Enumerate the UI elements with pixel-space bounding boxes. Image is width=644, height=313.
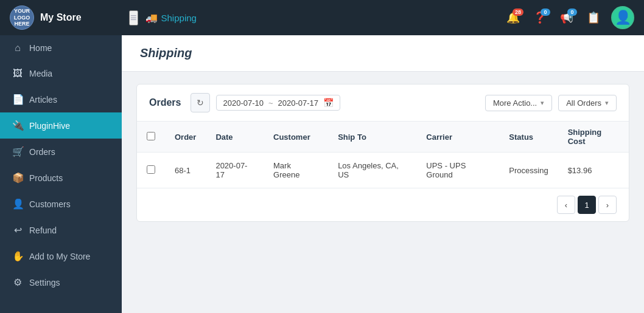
- sidebar-item-customers[interactable]: 👤 Customers: [0, 191, 122, 217]
- select-all-checkbox[interactable]: [147, 132, 155, 140]
- col-status: Status: [499, 122, 558, 153]
- orders-icon: 🛒: [12, 146, 23, 157]
- sidebar-label-pluginhive: PluginHive: [29, 121, 70, 131]
- sidebar: ⌂ Home 🖼 Media 📄 Articles 🔌 PluginHive 🛒…: [0, 35, 122, 313]
- pagination-next[interactable]: ›: [598, 196, 617, 214]
- sidebar-label-refund: Refund: [29, 225, 57, 235]
- notes-button[interactable]: 📋: [582, 7, 605, 28]
- settings-icon: ⚙: [12, 277, 23, 288]
- date-tilde: ~: [268, 98, 273, 108]
- pagination-page-1[interactable]: 1: [578, 196, 596, 214]
- col-order: Order: [165, 122, 206, 153]
- orders-card: Orders ↻ 2020-07-10 ~ 2020-07-17 📅 More …: [136, 84, 629, 222]
- date-to: 2020-07-17: [278, 98, 319, 108]
- sidebar-item-pluginhive[interactable]: 🔌 PluginHive: [0, 112, 122, 139]
- cell-customer: Mark Greene: [264, 153, 328, 188]
- help-badge: 0: [541, 9, 550, 16]
- more-actions-label: More Actio...: [493, 98, 537, 108]
- hamburger-button[interactable]: ≡: [129, 10, 138, 26]
- col-ship-to: Ship To: [328, 122, 416, 153]
- products-icon: 📦: [12, 172, 23, 184]
- table-row: 68-1 2020-07-17 Mark Greene Los Angeles,…: [137, 153, 629, 188]
- store-name: My Store: [40, 12, 82, 23]
- notifications-badge: 28: [513, 9, 523, 16]
- main-content: Shipping Orders ↻ 2020-07-10 ~ 2020-07-1…: [122, 35, 644, 313]
- all-orders-button[interactable]: All Orders ▾: [558, 95, 617, 111]
- topnav-right: 🔔 28 ❓ 0 📢 0 📋 👤: [502, 6, 634, 29]
- orders-heading: Orders: [149, 97, 181, 108]
- orders-table: Order Date Customer Ship To Carrier Stat…: [137, 122, 629, 188]
- shipping-breadcrumb-icon: 🚚: [145, 12, 158, 24]
- sidebar-item-articles[interactable]: 📄 Articles: [0, 86, 122, 112]
- sidebar-item-media[interactable]: 🖼 Media: [0, 61, 122, 86]
- megaphone-button[interactable]: 📢 0: [555, 7, 578, 28]
- chevron-down-icon-2: ▾: [605, 99, 609, 107]
- add-to-store-icon: ✋: [12, 250, 23, 262]
- cell-shipping-cost: $13.96: [558, 153, 629, 188]
- sidebar-label-products: Products: [29, 173, 63, 183]
- customers-icon: 👤: [12, 198, 23, 210]
- cell-date: 2020-07-17: [206, 153, 264, 188]
- cell-order: 68-1: [165, 153, 206, 188]
- layout: ⌂ Home 🖼 Media 📄 Articles 🔌 PluginHive 🛒…: [0, 35, 644, 313]
- sidebar-label-settings: Settings: [29, 278, 60, 287]
- breadcrumb: 🚚 Shipping: [145, 12, 197, 24]
- table-header-row: Order Date Customer Ship To Carrier Stat…: [137, 122, 629, 153]
- row-select-cell: [137, 153, 165, 188]
- cell-status: Processing: [499, 153, 558, 188]
- sidebar-label-orders: Orders: [29, 147, 55, 157]
- date-range: 2020-07-10 ~ 2020-07-17 📅: [216, 95, 340, 111]
- sidebar-label-media: Media: [29, 69, 52, 78]
- sidebar-item-home[interactable]: ⌂ Home: [0, 35, 122, 61]
- page-header: Shipping: [122, 35, 644, 72]
- megaphone-badge: 0: [567, 9, 577, 16]
- col-customer: Customer: [264, 122, 328, 153]
- help-button[interactable]: ❓ 0: [528, 7, 551, 28]
- home-icon: ⌂: [12, 43, 23, 53]
- topnav-center: ≡ 🚚 Shipping: [119, 10, 502, 26]
- more-actions-button[interactable]: More Actio... ▾: [485, 95, 552, 111]
- col-carrier: Carrier: [416, 122, 499, 153]
- date-from: 2020-07-10: [223, 98, 264, 108]
- sidebar-item-products[interactable]: 📦 Products: [0, 165, 122, 191]
- row-checkbox[interactable]: [147, 165, 155, 174]
- sidebar-label-articles: Articles: [29, 95, 57, 105]
- sidebar-item-add-to-my-store[interactable]: ✋ Add to My Store: [0, 243, 122, 269]
- chevron-down-icon: ▾: [541, 99, 544, 107]
- topnav: YOUR LOGO HERE My Store ≡ 🚚 Shipping 🔔 2…: [0, 0, 644, 35]
- refresh-button[interactable]: ↻: [191, 93, 210, 112]
- sidebar-item-settings[interactable]: ⚙ Settings: [0, 269, 122, 295]
- all-orders-label: All Orders: [566, 98, 601, 108]
- avatar-icon: 👤: [615, 10, 631, 26]
- table-header: Order Date Customer Ship To Carrier Stat…: [137, 122, 629, 153]
- calendar-icon: 📅: [323, 98, 334, 108]
- page-title: Shipping: [140, 46, 626, 60]
- pagination: ‹ 1 ›: [137, 188, 629, 221]
- pluginhive-icon: 🔌: [12, 120, 23, 131]
- sidebar-item-refund[interactable]: ↩ Refund: [0, 217, 122, 243]
- select-all-cell: [137, 122, 165, 153]
- col-shipping-cost: Shipping Cost: [558, 122, 629, 153]
- sidebar-label-customers: Customers: [29, 199, 71, 209]
- notifications-button[interactable]: 🔔 28: [502, 7, 525, 28]
- page-content: Orders ↻ 2020-07-10 ~ 2020-07-17 📅 More …: [122, 72, 644, 313]
- orders-toolbar: Orders ↻ 2020-07-10 ~ 2020-07-17 📅 More …: [137, 84, 629, 122]
- sidebar-label-add-to-my-store: Add to My Store: [29, 252, 90, 261]
- col-date: Date: [206, 122, 264, 153]
- store-logo-area: YOUR LOGO HERE My Store: [10, 5, 119, 30]
- refund-icon: ↩: [12, 224, 23, 236]
- shipping-breadcrumb-label: Shipping: [161, 13, 197, 23]
- cell-carrier: UPS - UPS Ground: [416, 153, 499, 188]
- media-icon: 🖼: [12, 68, 23, 79]
- articles-icon: 📄: [12, 94, 23, 105]
- table-body: 68-1 2020-07-17 Mark Greene Los Angeles,…: [137, 153, 629, 188]
- store-logo: YOUR LOGO HERE: [10, 5, 34, 30]
- pagination-prev[interactable]: ‹: [557, 196, 575, 214]
- sidebar-item-orders[interactable]: 🛒 Orders: [0, 139, 122, 165]
- avatar[interactable]: 👤: [611, 6, 634, 29]
- sidebar-label-home: Home: [29, 43, 52, 53]
- cell-ship-to: Los Angeles, CA, US: [328, 153, 416, 188]
